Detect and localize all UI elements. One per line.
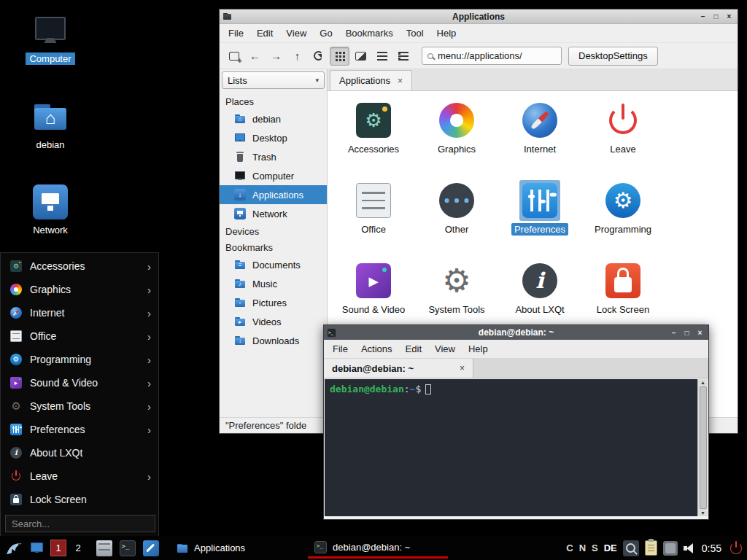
tab-applications[interactable]: Applications [330, 70, 412, 90]
detailed-view-button[interactable] [393, 47, 413, 66]
menu-help[interactable]: Help [462, 341, 494, 357]
menu-go[interactable]: Go [314, 26, 338, 41]
menu-item-system-tools[interactable]: System Tools [1, 394, 158, 418]
maximize-button[interactable] [711, 12, 721, 22]
menu-item-internet[interactable]: Internet [1, 301, 158, 324]
workspace-2-button[interactable]: 2 [70, 540, 86, 556]
menu-item-sound-video[interactable]: Sound & Video [1, 371, 158, 394]
terminal-tab[interactable]: debian@debian: ~ [324, 359, 473, 378]
tray-applet-icon[interactable] [663, 541, 678, 556]
terminal-scrollbar[interactable] [697, 379, 708, 516]
icon-view-button[interactable] [330, 47, 349, 66]
tab-close-icon[interactable] [398, 76, 403, 86]
desktop-settings-button[interactable]: DesktopSettings [568, 47, 658, 66]
office-icon [356, 183, 391, 218]
sidebar-item-computer[interactable]: Computer [220, 166, 327, 185]
menu-view[interactable]: View [429, 341, 461, 357]
sidebar-item-debian[interactable]: debian [220, 109, 327, 128]
menu-item-preferences[interactable]: Preferences [1, 418, 158, 441]
refresh-button[interactable] [309, 47, 328, 66]
menu-edit[interactable]: Edit [251, 26, 279, 41]
new-tab-icon [229, 52, 239, 61]
menu-search-input[interactable] [5, 515, 155, 532]
submenu-arrow-icon [147, 470, 151, 483]
terminal-titlebar[interactable]: debian@debian: ~ [324, 325, 708, 340]
app-office[interactable]: Office [332, 177, 415, 257]
menu-file[interactable]: File [327, 341, 354, 357]
minimize-button[interactable] [668, 327, 679, 338]
submenu-arrow-icon [147, 377, 151, 389]
scroll-up-icon[interactable] [700, 380, 705, 385]
app-internet[interactable]: Internet [498, 97, 581, 177]
menu-bookmarks[interactable]: Bookmarks [340, 26, 399, 41]
app-preferences[interactable]: Preferences [498, 177, 581, 257]
menu-actions[interactable]: Actions [355, 341, 398, 357]
app-other[interactable]: Other [415, 177, 498, 257]
file-manager-launcher[interactable] [94, 538, 114, 558]
show-desktop-button[interactable] [27, 538, 47, 558]
menu-item-graphics[interactable]: Graphics [1, 278, 158, 301]
sidebar-item-documents[interactable]: Documents [220, 255, 327, 274]
sidebar-item-desktop[interactable]: Desktop [220, 128, 327, 147]
forward-button[interactable] [266, 47, 286, 66]
clock[interactable]: 0:55 [702, 542, 721, 554]
sidebar-item-pictures[interactable]: Pictures [220, 293, 327, 312]
close-button[interactable] [724, 12, 735, 22]
desktop-icon-debian[interactable]: debian [22, 99, 79, 151]
app-programming[interactable]: Programming [581, 177, 665, 257]
new-tab-button[interactable] [224, 47, 244, 66]
editor-launcher[interactable] [141, 538, 160, 558]
menu-item-lock-screen[interactable]: Lock Screen [1, 488, 158, 511]
start-menu-button[interactable] [4, 538, 23, 558]
menu-item-leave[interactable]: Leave [1, 464, 158, 488]
back-button[interactable] [245, 47, 265, 66]
menu-item-label: Office [30, 330, 56, 342]
menu-item-programming[interactable]: Programming [1, 348, 158, 371]
app-leave[interactable]: Leave [581, 97, 665, 177]
sidebar-item-label: Trash [252, 152, 276, 163]
submenu-arrow-icon [147, 284, 151, 296]
keyboard-layout-indicator[interactable]: DE [604, 542, 617, 553]
menu-tool[interactable]: Tool [400, 26, 430, 41]
compact-view-button[interactable] [372, 47, 392, 66]
maximize-button[interactable] [681, 327, 692, 338]
magnifier-tray-icon[interactable] [623, 540, 639, 556]
sidebar-item-music[interactable]: Music [220, 274, 327, 293]
minimize-button[interactable] [697, 12, 708, 22]
sidebar-item-downloads[interactable]: Downloads [220, 331, 327, 350]
desktop-icon-network[interactable]: Network [22, 184, 79, 236]
desktop-icon-computer[interactable]: Computer [22, 13, 79, 65]
power-button[interactable] [729, 541, 743, 556]
lists-dropdown[interactable]: Lists [222, 71, 325, 89]
fm-titlebar[interactable]: Applications [220, 9, 738, 24]
up-button[interactable] [287, 47, 307, 66]
sound-video-icon [356, 263, 391, 298]
task-applications[interactable]: Applications [170, 538, 252, 559]
submenu-arrow-icon [147, 424, 151, 436]
menu-item-office[interactable]: Office [1, 324, 158, 348]
terminal-screen[interactable]: debian@debian:~$ [325, 379, 697, 516]
clipboard-tray-icon[interactable] [645, 540, 657, 556]
app-graphics[interactable]: Graphics [415, 97, 498, 177]
sidebar-item-network[interactable]: Network [220, 204, 327, 223]
menu-item-accessories[interactable]: Accessories [1, 254, 158, 278]
scroll-down-icon[interactable] [700, 510, 705, 516]
volume-icon[interactable] [684, 543, 694, 553]
menu-file[interactable]: File [222, 26, 249, 41]
menu-item-about-lxqt[interactable]: About LXQt [1, 441, 158, 464]
sidebar-item-trash[interactable]: Trash [220, 147, 327, 166]
tab-close-icon[interactable] [460, 363, 465, 373]
app-accessories[interactable]: Accessories [332, 97, 415, 177]
sidebar-item-applications[interactable]: Applications [220, 185, 327, 204]
terminal-launcher[interactable] [117, 538, 137, 558]
sidebar-item-videos[interactable]: Videos [220, 312, 327, 331]
thumbnail-view-button[interactable] [351, 47, 371, 66]
task-terminal[interactable]: debian@debian: ~ [308, 538, 448, 559]
address-bar[interactable]: menu://applications/ [422, 47, 562, 65]
menu-view[interactable]: View [280, 26, 312, 41]
menu-edit[interactable]: Edit [400, 341, 427, 357]
close-button[interactable] [694, 327, 705, 338]
scrollbar-thumb[interactable] [700, 386, 707, 509]
workspace-1-button[interactable]: 1 [50, 540, 66, 556]
menu-help[interactable]: Help [431, 26, 462, 41]
